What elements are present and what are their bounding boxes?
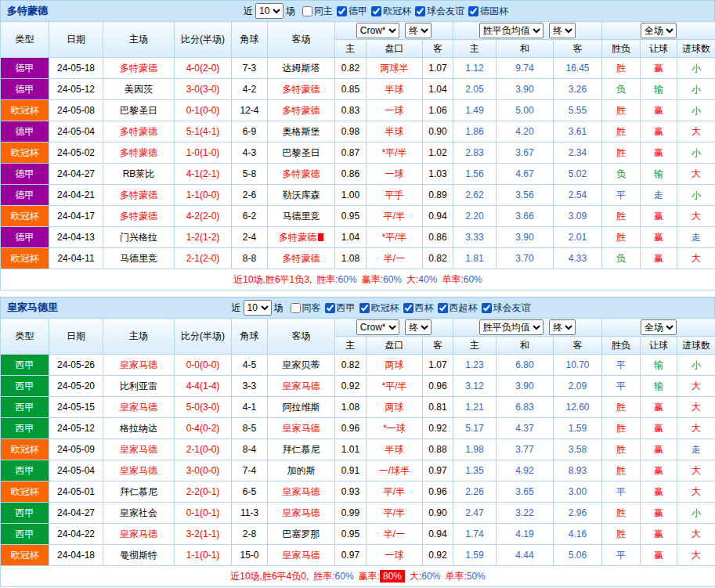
match-score: 5-0(3-0) [175, 397, 232, 418]
filter-option[interactable]: 球会友谊 [415, 5, 464, 18]
scope-select[interactable]: 全场 [641, 319, 677, 335]
result-wdl-text: 胜 [616, 147, 626, 158]
avg-home-text: 2.47 [465, 507, 483, 518]
corner-count-text: 2-8 [243, 528, 256, 539]
odds-state-select[interactable]: 终 [405, 319, 432, 335]
league-badge: 欧冠杯 [1, 248, 49, 269]
odds-away: 0.86 [423, 227, 453, 248]
avg-home-text: 1.23 [465, 359, 483, 370]
avg-type-select[interactable]: 胜平负均值 [479, 319, 543, 335]
filter-checkbox[interactable] [325, 303, 335, 313]
games-count-select[interactable]: 10 [244, 300, 272, 316]
avg-home-text: 2.62 [465, 189, 483, 200]
avg-type-select[interactable]: 胜平负均值 [479, 23, 543, 38]
filter-option[interactable]: 球会友谊 [482, 301, 531, 315]
filter-option[interactable]: 欧冠杯 [359, 301, 399, 315]
section-titlebar: 皇家马德里 近 10 场 同客西甲欧冠杯西杯西超杯球会友谊 [0, 297, 715, 318]
result-wdl-text: 负 [616, 168, 626, 179]
odds-state-select[interactable]: 终 [405, 23, 432, 38]
avg-away: 2.34 [554, 142, 602, 164]
result-goals-text: 大 [692, 402, 701, 413]
filter-checkbox[interactable] [482, 303, 492, 313]
odds-away-text: 1.07 [428, 63, 446, 74]
filter-option[interactable]: 西杯 [403, 301, 434, 315]
filter-option[interactable]: 同客 [291, 301, 321, 315]
match-date-text: 24-05-08 [57, 105, 95, 116]
odds-home: 0.86 [335, 164, 367, 185]
match-date: 24-04-22 [49, 524, 103, 545]
result-goals: 小 [677, 355, 715, 376]
result-goals-text: 大 [692, 168, 701, 179]
away-team: 拜仁慕尼 [268, 439, 335, 460]
result-handicap: 赢 [641, 482, 677, 503]
result-goals: 大 [677, 164, 715, 185]
summary-stat-value: 60% [383, 274, 402, 285]
filter-checkbox[interactable] [302, 6, 312, 16]
avg-away-text: 2.54 [569, 189, 587, 200]
home-team-text: RB莱比 [123, 168, 155, 179]
col-date: 日期 [49, 319, 103, 355]
match-date-text: 24-05-12 [57, 423, 95, 434]
home-team-text: 皇家马德 [120, 402, 157, 413]
match-score: 3-0(3-0) [175, 79, 232, 100]
corner-count: 6-9 [232, 121, 268, 142]
odds-away: 0.96 [423, 482, 453, 503]
handicap-line-text: *平/半 [381, 147, 406, 158]
handicap-line-text: 一球 [385, 105, 404, 116]
home-team-text: 多特蒙德 [120, 211, 157, 222]
scope-select[interactable]: 全场 [641, 23, 677, 38]
match-date: 24-05-02 [49, 142, 103, 164]
avg-draw: 4.67 [497, 164, 554, 185]
result-wdl-text: 胜 [616, 63, 626, 74]
avg-draw: 3.66 [497, 206, 554, 227]
odds-away-text: 0.90 [428, 507, 446, 518]
avg-away: 10.70 [554, 355, 602, 376]
result-goals-text: 小 [692, 507, 701, 518]
result-handicap-text: 输 [654, 168, 663, 179]
odds-home: 0.95 [335, 206, 367, 227]
match-score: 4-1(2-1) [175, 164, 232, 185]
avg-draw-text: 4.67 [515, 168, 533, 179]
filter-option[interactable]: 德甲 [337, 5, 367, 18]
col-away: 客场 [268, 22, 335, 58]
league-badge-text: 欧冠杯 [11, 253, 39, 264]
games-count-select[interactable]: 10 [255, 3, 283, 19]
match-row: 西甲24-04-27皇家社会0-1(0-1)11-3皇家马德0.99平/半0.9… [1, 503, 715, 524]
avg-away: 3.58 [554, 439, 602, 460]
near-label: 近 [232, 301, 241, 315]
league-badge-text: 欧冠杯 [11, 444, 39, 455]
away-team-text: 多特蒙德 [279, 232, 316, 243]
handicap-line: *一球 [367, 418, 423, 439]
avg-state-select[interactable]: 终 [549, 23, 576, 38]
result-goals: 大 [677, 545, 715, 566]
filter-checkbox[interactable] [403, 303, 413, 313]
filter-option[interactable]: 西超杯 [438, 301, 478, 315]
match-date-text: 24-05-18 [57, 63, 95, 74]
match-date: 24-04-21 [49, 185, 103, 206]
handicap-line-text: 两球 [385, 402, 404, 413]
handicap-line-text: *平/半 [381, 381, 406, 391]
result-goals: 大 [677, 418, 715, 439]
filter-checkbox[interactable] [468, 6, 478, 16]
away-team-text: 奥格斯堡 [283, 126, 320, 137]
filter-option[interactable]: 德国杯 [468, 5, 508, 18]
filter-option[interactable]: 西甲 [325, 301, 356, 315]
filter-checkbox[interactable] [415, 6, 425, 16]
home-team: 美因茨 [103, 79, 175, 100]
filter-checkbox[interactable] [291, 303, 301, 313]
avg-draw: 3.70 [497, 248, 554, 269]
filter-checkbox[interactable] [438, 303, 448, 313]
filter-checkbox[interactable] [359, 303, 370, 313]
bookmaker-select[interactable]: Crow* [356, 23, 399, 38]
filter-option[interactable]: 欧冠杯 [371, 5, 411, 18]
odds-away: 1.04 [423, 79, 453, 100]
filter-checkbox[interactable] [371, 6, 381, 16]
avg-state-select[interactable]: 终 [549, 319, 576, 335]
match-score-text: 0-0(0-0) [186, 359, 220, 370]
result-handicap-text: 赢 [654, 253, 663, 264]
bookmaker-select[interactable]: Crow* [356, 319, 399, 335]
match-score-text: 4-2(2-0) [186, 211, 220, 222]
filter-option[interactable]: 同主 [302, 5, 333, 18]
filter-checkbox[interactable] [337, 6, 347, 16]
league-badge: 欧冠杯 [1, 100, 49, 121]
